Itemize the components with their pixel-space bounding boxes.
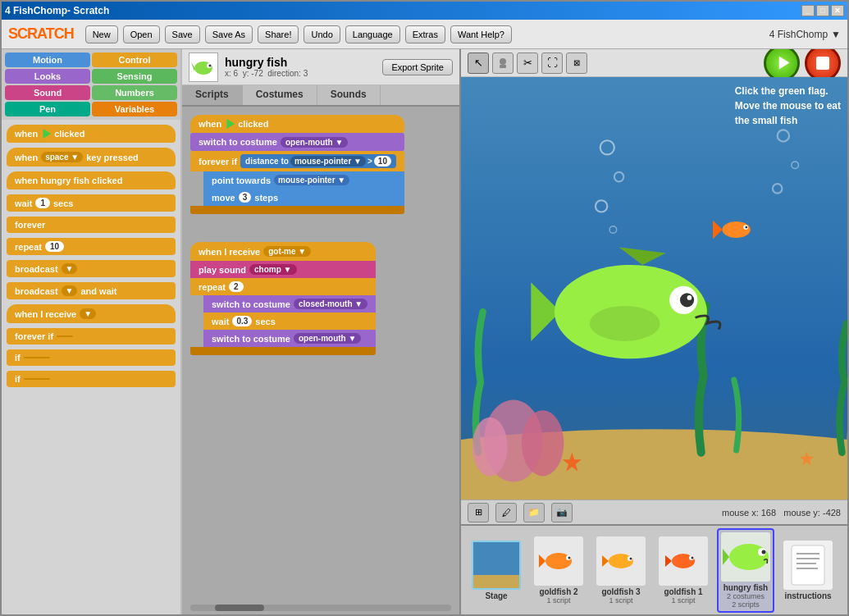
move-steps-val[interactable]: 3 — [239, 192, 252, 203]
key-dropdown[interactable]: space ▼ — [41, 152, 83, 162]
save-as-button[interactable]: Save As — [205, 25, 253, 43]
scripts-area[interactable]: when clicked switch to costume open-mout… — [182, 107, 459, 614]
if-input-2[interactable] — [24, 378, 50, 380]
category-numbers[interactable]: Numbers — [92, 85, 177, 100]
repeat-bottom — [190, 347, 376, 355]
block-if-2[interactable]: if — [7, 371, 176, 387]
category-motion[interactable]: Motion — [5, 52, 90, 67]
language-button[interactable]: Language — [345, 25, 400, 43]
svg-point-37 — [590, 306, 660, 341]
shrink-tool-button[interactable]: ⊠ — [566, 52, 587, 74]
block-broadcast[interactable]: broadcast ▼ — [7, 260, 176, 277]
if-input-1[interactable] — [24, 357, 50, 358]
undo-button[interactable]: Undo — [304, 25, 340, 43]
wait-val[interactable]: 0.3 — [232, 316, 252, 326]
block-when-receive[interactable]: when I receive ▼ — [7, 304, 176, 323]
repeat-input[interactable]: 10 — [45, 241, 64, 252]
category-control[interactable]: Control — [92, 52, 177, 67]
when-receive-block[interactable]: when I receive got-me ▼ — [190, 242, 376, 261]
category-looks[interactable]: Looks — [5, 69, 90, 84]
open-button[interactable]: Open — [123, 25, 160, 43]
stop-button[interactable] — [805, 49, 841, 81]
block-when-clicked[interactable]: when clicked — [7, 125, 176, 143]
close-button[interactable]: ✕ — [831, 5, 844, 16]
when-clicked-block[interactable]: when clicked — [190, 115, 404, 133]
forever-if-block-top[interactable]: forever if distance to mouse-pointer ▼ >… — [190, 151, 404, 171]
category-variables[interactable]: Variables — [92, 102, 177, 116]
wait-input[interactable]: 1 — [35, 198, 50, 208]
stamp-tool-button[interactable] — [492, 52, 514, 74]
move-block[interactable]: move 3 steps — [203, 189, 404, 206]
block-when-key-pressed[interactable]: when space ▼ key pressed — [7, 148, 176, 167]
sprite-item-goldfish2[interactable]: goldfish 2 1 script — [530, 532, 587, 609]
broadcast-wait-dropdown[interactable]: ▼ — [62, 285, 78, 296]
help-button[interactable]: Want Help? — [450, 25, 512, 43]
camera-button[interactable]: 📷 — [551, 503, 573, 522]
sprite-item-hungry-fish[interactable]: hungry fish 2 costumes2 scripts — [717, 528, 774, 613]
switch-costume-block-1[interactable]: switch to costume open-mouth ▼ — [190, 133, 404, 151]
stage-label: Stage — [485, 591, 507, 600]
scripts-scrollbar-thumb[interactable] — [215, 605, 264, 611]
tab-scripts[interactable]: Scripts — [182, 85, 243, 105]
tab-sounds[interactable]: Sounds — [317, 85, 381, 105]
blocks-list: when clicked when space ▼ key pressed wh… — [2, 120, 180, 614]
tab-costumes[interactable]: Costumes — [243, 85, 317, 105]
extras-button[interactable]: Extras — [405, 25, 445, 43]
costume-dropdown-2[interactable]: closed-mouth ▼ — [294, 299, 367, 309]
broadcast-dropdown[interactable]: ▼ — [62, 263, 78, 274]
svg-point-11 — [522, 410, 564, 476]
receive-dropdown[interactable]: ▼ — [80, 308, 96, 319]
maximize-button[interactable]: □ — [816, 5, 829, 16]
paint-button[interactable]: 🖊 — [495, 503, 517, 522]
distance-val[interactable]: 10 — [374, 156, 391, 167]
stage[interactable]: Click the green flag. Move the mouse to … — [461, 77, 847, 500]
sprite-item-goldfish3[interactable]: goldfish 3 1 script — [592, 532, 650, 609]
switch-costume-block-3[interactable]: switch to costume open-mouth ▼ — [203, 330, 376, 347]
wait-block[interactable]: wait 0.3 secs — [203, 313, 376, 330]
share-button[interactable]: Share! — [258, 25, 299, 43]
block-when-sprite-clicked[interactable]: when hungry fish clicked — [7, 171, 176, 189]
project-menu-icon[interactable]: ▼ — [831, 29, 841, 40]
scripts-panel: hungry fish x: 6 y: -72 direction: 3 Exp… — [182, 49, 461, 614]
sound-val-dd[interactable]: chomp ▼ — [249, 264, 296, 275]
repeat-inner: switch to costume closed-mouth ▼ wait 0.… — [203, 295, 376, 347]
minimize-button[interactable]: _ — [801, 5, 815, 16]
block-if-1[interactable]: if — [7, 349, 176, 366]
block-forever-if[interactable]: forever if — [7, 328, 176, 345]
receive-val-dd[interactable]: got-me ▼ — [263, 246, 311, 257]
point-target-dd[interactable]: mouse-pointer ▼ — [274, 175, 349, 185]
costume-dropdown-3[interactable]: open-mouth ▼ — [294, 333, 361, 344]
block-wait[interactable]: wait 1 secs — [7, 194, 176, 212]
export-sprite-button[interactable]: Export Sprite — [382, 59, 453, 75]
block-forever[interactable]: forever — [7, 217, 176, 233]
category-sensing[interactable]: Sensing — [92, 69, 177, 84]
repeat-block-top[interactable]: repeat 2 — [190, 278, 376, 295]
sprite-name-label: hungry fish x: 6 y: -72 direction: 3 — [225, 56, 308, 78]
switch-costume-block-2[interactable]: switch to costume closed-mouth ▼ — [203, 295, 376, 313]
play-sound-block[interactable]: play sound chomp ▼ — [190, 261, 376, 278]
point-towards-block[interactable]: point towards mouse-pointer ▼ — [203, 171, 404, 189]
folder-button[interactable]: 📁 — [523, 503, 545, 522]
save-button[interactable]: Save — [165, 25, 200, 43]
repeat-val[interactable]: 2 — [229, 281, 244, 292]
expand-tool-button[interactable]: ⛶ — [541, 52, 563, 74]
green-flag-button[interactable] — [764, 49, 800, 81]
costume-dropdown-1[interactable]: open-mouth ▼ — [281, 137, 348, 148]
forever-if-input[interactable] — [57, 335, 73, 337]
stage-view-button[interactable]: ⊞ — [468, 503, 489, 522]
sprite-item-stage[interactable]: Stage — [468, 536, 525, 605]
scripts-scrollbar[interactable] — [190, 605, 451, 611]
cursor-tool-button[interactable]: ↖ — [468, 52, 489, 74]
sprite-item-instructions[interactable]: instructions — [779, 536, 837, 605]
block-repeat[interactable]: repeat 10 — [7, 238, 176, 255]
category-sound[interactable]: Sound — [5, 85, 90, 100]
repeat-c-block: repeat 2 switch to costume closed-mouth … — [190, 278, 376, 355]
category-pen[interactable]: Pen — [5, 102, 90, 116]
distance-target-dd[interactable]: mouse-pointer ▼ — [290, 156, 366, 167]
block-broadcast-wait[interactable]: broadcast ▼ and wait — [7, 282, 176, 299]
scissors-tool-button[interactable]: ✂ — [517, 52, 538, 74]
sprite-thumbnail — [189, 52, 218, 82]
new-button[interactable]: New — [85, 25, 118, 43]
sprite-item-goldfish1[interactable]: goldfish 1 1 script — [655, 532, 712, 609]
distance-condition-block[interactable]: distance to mouse-pointer ▼ > 10 — [240, 154, 396, 168]
